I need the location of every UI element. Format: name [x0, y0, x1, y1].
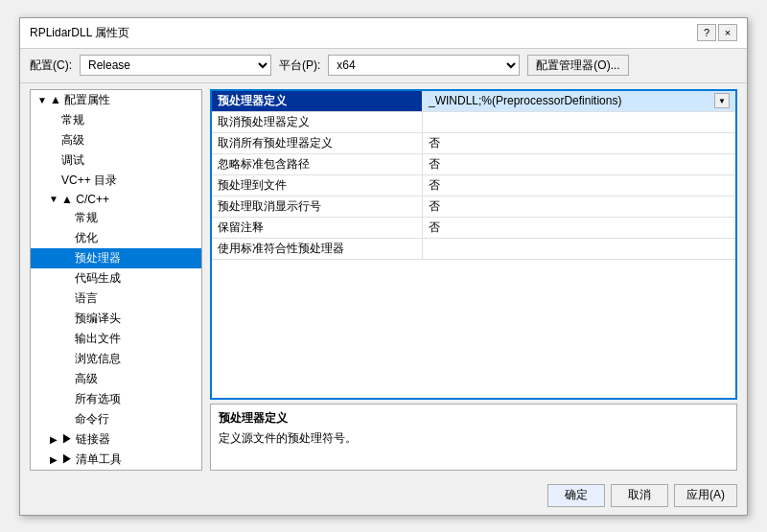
prop-name: 预处理取消显示行号 — [212, 197, 423, 217]
dropdown-arrow-icon[interactable]: ▼ — [714, 93, 730, 108]
tree-item-label: 输出文件 — [75, 331, 121, 347]
prop-value: 否 — [423, 175, 735, 196]
tree-item-cpp-browse[interactable]: 浏览信息 — [31, 349, 201, 369]
prop-name: 预处理到文件 — [212, 175, 423, 196]
prop-value — [423, 112, 735, 132]
prop-name: 忽略标准包含路径 — [212, 154, 423, 174]
tree-item-cpp-preprocessor[interactable]: 预处理器 — [31, 248, 201, 268]
platform-label: 平台(P): — [279, 58, 320, 74]
prop-row[interactable]: 使用标准符合性预处理器 — [212, 239, 735, 260]
tree-item-label: 调试 — [61, 152, 84, 169]
prop-name: 保留注释 — [212, 218, 423, 238]
config-label: 配置(C): — [30, 58, 72, 74]
prop-row[interactable]: 预处理取消显示行号否 — [212, 197, 735, 218]
tree-item-label: 语言 — [75, 290, 98, 307]
tree-item-cpp-output[interactable]: 输出文件 — [31, 329, 201, 349]
prop-name: 取消预处理器定义 — [212, 112, 423, 132]
cancel-button[interactable]: 取消 — [611, 484, 668, 507]
tree-item-label: 预处理器 — [75, 250, 121, 266]
tree-item-label: 高级 — [61, 132, 84, 149]
info-panel: 预处理器定义 定义源文件的预处理符号。 — [210, 404, 737, 471]
main-content: ▼▲ 配置属性常规高级调试VC++ 目录▼▲ C/C++常规优化预处理器代码生成… — [20, 83, 747, 476]
prop-row[interactable]: 忽略标准包含路径否 — [212, 154, 735, 175]
tree-item-label: 代码生成 — [75, 270, 121, 287]
prop-value-text: _WINDLL;%(PreprocessorDefinitions) — [429, 94, 621, 107]
tree-item-label: 常规 — [61, 112, 84, 128]
tree-item-label: ▲ C/C++ — [61, 193, 109, 206]
info-description: 定义源文件的预处理符号。 — [219, 430, 729, 447]
tree-item-config-props[interactable]: ▼▲ 配置属性 — [31, 90, 201, 110]
tree-item-label: ▲ 配置属性 — [50, 92, 110, 108]
tree-item-cpp[interactable]: ▼▲ C/C++ — [31, 191, 201, 208]
apply-button[interactable]: 应用(A) — [674, 484, 737, 507]
tree-item-label: 优化 — [75, 230, 98, 246]
help-button[interactable]: ? — [697, 24, 716, 41]
prop-value: 否 — [423, 218, 735, 238]
toolbar: 配置(C): Release 平台(P): x64 配置管理器(O)... — [20, 49, 747, 83]
right-panel: 预处理器定义_WINDLL;%(PreprocessorDefinitions)… — [210, 89, 737, 471]
prop-value: 否 — [423, 154, 735, 174]
prop-value-dropdown: _WINDLL;%(PreprocessorDefinitions)▼ — [429, 93, 730, 108]
tree-item-label: 常规 — [75, 210, 98, 226]
title-bar-buttons: ? × — [697, 24, 737, 41]
prop-name: 取消所有预处理器定义 — [212, 133, 423, 153]
tree-item-cpp-cmdline[interactable]: 命令行 — [31, 409, 201, 429]
tree-item-advanced[interactable]: 高级 — [31, 130, 201, 150]
prop-name: 使用标准符合性预处理器 — [212, 239, 423, 259]
prop-row[interactable]: 取消预处理器定义 — [212, 112, 735, 133]
prop-value[interactable]: _WINDLL;%(PreprocessorDefinitions)▼ — [423, 91, 735, 111]
tree-item-general[interactable]: 常规 — [31, 110, 201, 130]
prop-name: 预处理器定义 — [212, 91, 423, 111]
tree-toggle-icon: ▼ — [36, 95, 48, 105]
title-bar: RPLidarDLL 属性页 ? × — [20, 18, 747, 49]
tree-item-label: VC++ 目录 — [61, 173, 117, 189]
tree-item-cpp-all[interactable]: 所有选项 — [31, 389, 201, 409]
dialog-title: RPLidarDLL 属性页 — [30, 25, 129, 41]
prop-value — [423, 239, 735, 259]
prop-row[interactable]: 预处理器定义_WINDLL;%(PreprocessorDefinitions)… — [212, 91, 735, 112]
ok-button[interactable]: 确定 — [547, 484, 605, 507]
tree-toggle-icon: ▼ — [48, 194, 59, 204]
prop-value: 否 — [423, 197, 735, 217]
tree-item-linker[interactable]: ▶▶ 链接器 — [31, 429, 201, 450]
property-table: 预处理器定义_WINDLL;%(PreprocessorDefinitions)… — [210, 89, 737, 400]
tree-item-label: 命令行 — [75, 411, 109, 428]
tree-item-cpp-adv[interactable]: 高级 — [31, 369, 201, 389]
properties-dialog: RPLidarDLL 属性页 ? × 配置(C): Release 平台(P):… — [19, 17, 748, 516]
tree-item-manifest-tool[interactable]: ▶▶ 清单工具 — [31, 450, 201, 470]
config-manager-button[interactable]: 配置管理器(O)... — [527, 55, 628, 76]
platform-select[interactable]: x64 — [328, 55, 520, 76]
tree-item-label: ▶ 链接器 — [61, 431, 110, 448]
tree-item-label: 浏览信息 — [75, 351, 121, 367]
tree-panel: ▼▲ 配置属性常规高级调试VC++ 目录▼▲ C/C++常规优化预处理器代码生成… — [30, 89, 202, 471]
prop-row[interactable]: 取消所有预处理器定义否 — [212, 133, 735, 154]
tree-item-cpp-general[interactable]: 常规 — [31, 208, 201, 228]
tree-item-label: 所有选项 — [75, 391, 121, 407]
tree-item-cpp-pch[interactable]: 预编译头 — [31, 309, 201, 329]
tree-item-label: 预编译头 — [75, 311, 121, 327]
close-button[interactable]: × — [718, 24, 737, 41]
tree-item-cpp-lang[interactable]: 语言 — [31, 289, 201, 309]
info-title: 预处理器定义 — [219, 410, 729, 427]
tree-item-cpp-codegen[interactable]: 代码生成 — [31, 268, 201, 289]
prop-value: 否 — [423, 133, 735, 153]
tree-item-label: ▶ 清单工具 — [61, 451, 122, 468]
tree-item-vcpp-dirs[interactable]: VC++ 目录 — [31, 171, 201, 191]
prop-row[interactable]: 保留注释否 — [212, 218, 735, 239]
tree-item-label: 高级 — [75, 371, 98, 387]
tree-item-xml-gen[interactable]: ▶▶ XML 文档生成器 — [31, 470, 201, 471]
tree-item-cpp-optimize[interactable]: 优化 — [31, 228, 201, 248]
button-row: 确定 取消 应用(A) — [20, 476, 747, 515]
tree-item-debug[interactable]: 调试 — [31, 150, 201, 171]
tree-toggle-icon: ▶ — [48, 454, 59, 465]
prop-row[interactable]: 预处理到文件否 — [212, 175, 735, 197]
config-select[interactable]: Release — [80, 55, 271, 76]
tree-toggle-icon: ▶ — [48, 434, 59, 445]
